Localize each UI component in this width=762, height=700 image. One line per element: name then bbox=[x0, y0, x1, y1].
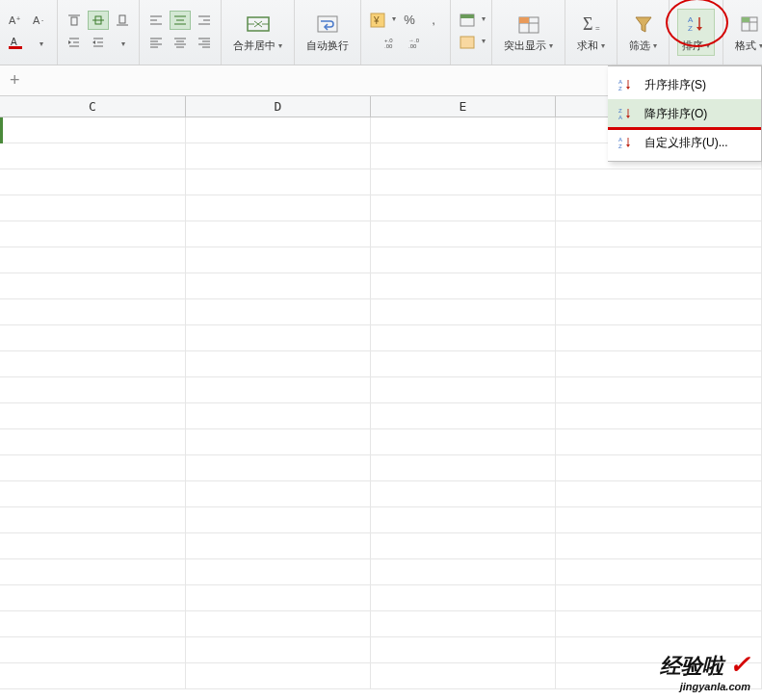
cell[interactable] bbox=[0, 559, 186, 584]
cell[interactable] bbox=[186, 169, 371, 194]
cell[interactable] bbox=[371, 169, 556, 194]
sum-button[interactable]: Σ= 求和 bbox=[573, 10, 609, 55]
cell[interactable] bbox=[371, 455, 556, 480]
column-header[interactable]: D bbox=[186, 96, 371, 117]
justify-right-button[interactable] bbox=[194, 33, 215, 52]
cell[interactable] bbox=[0, 507, 186, 532]
cell[interactable] bbox=[556, 507, 762, 532]
cell[interactable] bbox=[556, 455, 762, 480]
spreadsheet-grid[interactable]: CDE bbox=[0, 96, 762, 689]
cell[interactable] bbox=[0, 377, 186, 402]
percent-button[interactable]: % bbox=[399, 11, 420, 30]
cell[interactable] bbox=[556, 273, 762, 298]
cell[interactable] bbox=[186, 533, 371, 558]
justify-center-button[interactable] bbox=[170, 33, 191, 52]
cell[interactable] bbox=[371, 247, 556, 272]
cell[interactable] bbox=[371, 117, 556, 143]
decrease-decimal-button[interactable]: →.0.00 bbox=[407, 33, 429, 52]
cell[interactable] bbox=[371, 273, 556, 298]
cell[interactable] bbox=[556, 377, 762, 402]
cell[interactable] bbox=[0, 273, 186, 298]
cell[interactable] bbox=[556, 169, 762, 194]
cell[interactable] bbox=[556, 481, 762, 506]
cell[interactable] bbox=[186, 273, 371, 298]
cell[interactable] bbox=[371, 221, 556, 246]
cell[interactable] bbox=[186, 195, 371, 220]
cell[interactable] bbox=[0, 247, 186, 272]
cell[interactable] bbox=[186, 637, 371, 662]
cell[interactable] bbox=[0, 637, 186, 662]
cell[interactable] bbox=[0, 143, 186, 169]
align-center-button[interactable] bbox=[170, 11, 191, 30]
cell[interactable] bbox=[371, 663, 556, 688]
cell-style-dropdown[interactable] bbox=[481, 33, 486, 52]
cell[interactable] bbox=[0, 663, 186, 688]
cell[interactable] bbox=[371, 377, 556, 402]
cell[interactable] bbox=[371, 299, 556, 324]
increase-font-button[interactable]: A+ bbox=[6, 11, 27, 30]
column-header[interactable]: C bbox=[0, 96, 186, 117]
cell[interactable] bbox=[0, 117, 186, 143]
cell[interactable] bbox=[186, 481, 371, 506]
cell[interactable] bbox=[186, 559, 371, 584]
increase-decimal-button[interactable]: +.0.00 bbox=[383, 33, 405, 52]
cell[interactable] bbox=[556, 533, 762, 558]
currency-button[interactable]: ¥ bbox=[367, 11, 388, 30]
cell[interactable] bbox=[556, 637, 762, 662]
cell[interactable] bbox=[186, 611, 371, 636]
increase-indent-button[interactable] bbox=[64, 33, 85, 52]
cell[interactable] bbox=[556, 611, 762, 636]
cell[interactable] bbox=[186, 507, 371, 532]
cell[interactable] bbox=[371, 585, 556, 610]
cell[interactable] bbox=[186, 247, 371, 272]
cell[interactable] bbox=[186, 325, 371, 350]
highlight-button[interactable]: 突出显示 bbox=[500, 10, 557, 55]
add-sheet-icon[interactable]: + bbox=[6, 70, 24, 91]
cell[interactable] bbox=[186, 455, 371, 480]
cell[interactable] bbox=[0, 169, 186, 194]
cell[interactable] bbox=[0, 221, 186, 246]
cell[interactable] bbox=[371, 481, 556, 506]
cell[interactable] bbox=[371, 533, 556, 558]
cell[interactable] bbox=[556, 299, 762, 324]
wrap-text-button[interactable]: 自动换行 bbox=[302, 10, 353, 55]
cell[interactable] bbox=[0, 611, 186, 636]
cell[interactable] bbox=[0, 585, 186, 610]
currency-dropdown[interactable] bbox=[391, 11, 396, 30]
cell[interactable] bbox=[0, 351, 186, 376]
cell-style-button[interactable] bbox=[457, 33, 478, 52]
indent-dropdown[interactable] bbox=[112, 33, 133, 52]
cell[interactable] bbox=[371, 143, 556, 169]
format-button[interactable]: 格式 bbox=[731, 10, 762, 55]
cell[interactable] bbox=[371, 637, 556, 662]
cell[interactable] bbox=[0, 403, 186, 428]
cell[interactable] bbox=[556, 559, 762, 584]
cell[interactable] bbox=[0, 325, 186, 350]
cell[interactable] bbox=[186, 585, 371, 610]
cell[interactable] bbox=[186, 377, 371, 402]
cell[interactable] bbox=[371, 507, 556, 532]
cell[interactable] bbox=[556, 351, 762, 376]
font-color-button[interactable]: A bbox=[6, 33, 27, 52]
comma-button[interactable]: , bbox=[423, 11, 444, 30]
align-middle-button[interactable] bbox=[88, 11, 109, 30]
cell[interactable] bbox=[186, 429, 371, 454]
justify-left-button[interactable] bbox=[145, 33, 167, 52]
cell[interactable] bbox=[186, 299, 371, 324]
menu-sort-desc[interactable]: ZA 降序排序(O) bbox=[608, 99, 761, 128]
merge-center-button[interactable]: 合并居中 bbox=[229, 10, 286, 55]
cell[interactable] bbox=[556, 429, 762, 454]
cell[interactable] bbox=[371, 325, 556, 350]
cell[interactable] bbox=[556, 663, 762, 688]
cell[interactable] bbox=[371, 429, 556, 454]
cell[interactable] bbox=[371, 351, 556, 376]
cell[interactable] bbox=[186, 143, 371, 169]
cell[interactable] bbox=[186, 117, 371, 143]
cell[interactable] bbox=[556, 221, 762, 246]
decrease-indent-button[interactable] bbox=[88, 33, 109, 52]
cell[interactable] bbox=[0, 481, 186, 506]
font-dropdown[interactable] bbox=[30, 33, 51, 52]
table-style-button[interactable] bbox=[457, 11, 478, 30]
cell[interactable] bbox=[556, 247, 762, 272]
cell[interactable] bbox=[0, 429, 186, 454]
